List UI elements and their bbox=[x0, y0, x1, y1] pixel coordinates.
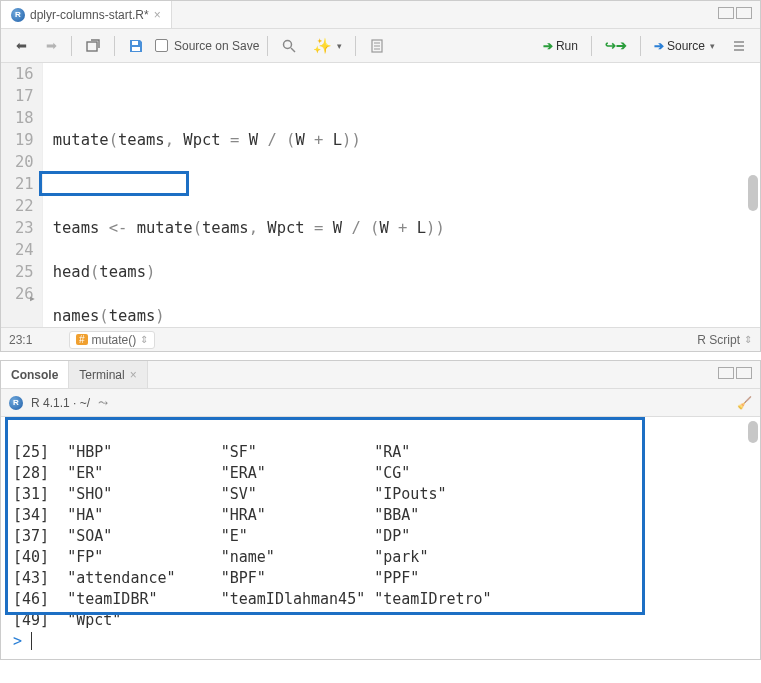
rerun-arrow-icon: ↪➔ bbox=[605, 38, 627, 53]
source-label: Source bbox=[667, 39, 705, 53]
r-logo-icon: R bbox=[9, 396, 23, 410]
svg-line-4 bbox=[291, 48, 295, 52]
outline-icon bbox=[731, 38, 747, 54]
line-gutter: 1617181920212223242526 bbox=[1, 63, 43, 327]
editor-tab[interactable]: R dplyr-columns-start.R* × bbox=[1, 1, 172, 28]
wand-icon: ✨ bbox=[313, 37, 332, 55]
console-output[interactable]: [25] "HBP" "SF" "RA" [28] "ER" "ERA" "CG… bbox=[1, 417, 760, 659]
console-prompt: > bbox=[13, 632, 31, 650]
forward-button[interactable]: ➡ bbox=[39, 34, 63, 58]
language-label[interactable]: R Script bbox=[697, 333, 740, 347]
code-line: names(teams) bbox=[53, 305, 750, 327]
svg-rect-0 bbox=[87, 42, 97, 51]
pane-window-controls bbox=[718, 7, 752, 19]
code-line bbox=[53, 173, 750, 195]
compile-report-button[interactable] bbox=[364, 34, 390, 58]
source-button[interactable]: ➔ Source ▾ bbox=[649, 34, 720, 58]
svg-point-3 bbox=[284, 40, 292, 48]
close-tab-icon[interactable]: × bbox=[154, 8, 161, 22]
fold-arrow-icon[interactable]: ▸ bbox=[29, 287, 36, 309]
terminal-tab[interactable]: Terminal × bbox=[69, 361, 147, 388]
separator bbox=[71, 36, 72, 56]
console-tab-label: Console bbox=[11, 368, 58, 382]
svg-rect-1 bbox=[132, 41, 138, 45]
editor-tab-label: dplyr-columns-start.R* bbox=[30, 8, 149, 22]
close-tab-icon[interactable]: × bbox=[130, 368, 137, 382]
run-arrow-icon: ➔ bbox=[543, 39, 553, 53]
minimize-pane-icon[interactable] bbox=[718, 367, 734, 379]
r-file-icon: R bbox=[11, 8, 25, 22]
console-scrollbar-thumb[interactable] bbox=[748, 421, 758, 443]
back-button[interactable]: ⬅ bbox=[9, 34, 33, 58]
maximize-pane-icon[interactable] bbox=[736, 367, 752, 379]
cursor-position: 23:1 bbox=[9, 333, 69, 347]
console-toolbar: R R 4.1.1 · ~/ ⤳ 🧹 bbox=[1, 389, 760, 417]
run-button[interactable]: ➔ Run bbox=[538, 34, 583, 58]
minimize-pane-icon[interactable] bbox=[718, 7, 734, 19]
source-arrow-icon: ➔ bbox=[654, 39, 664, 53]
save-button[interactable] bbox=[123, 34, 149, 58]
notebook-icon bbox=[369, 38, 385, 54]
editor-toolbar: ⬅ ➡ Source on Save ✨ ▾ ➔ Run bbox=[1, 29, 760, 63]
editor-status-bar: 23:1 # mutate() ⇕ R Script ⇕ bbox=[1, 327, 760, 351]
save-icon bbox=[128, 38, 144, 54]
separator bbox=[267, 36, 268, 56]
function-context[interactable]: # mutate() ⇕ bbox=[69, 331, 155, 349]
popout-icon bbox=[85, 38, 101, 54]
show-in-new-window-button[interactable] bbox=[80, 34, 106, 58]
svg-rect-2 bbox=[132, 47, 140, 51]
updown-icon: ⇕ bbox=[140, 334, 148, 345]
separator bbox=[355, 36, 356, 56]
updown-icon: ⇕ bbox=[744, 334, 752, 345]
code-area[interactable]: mutate(teams, Wpct = W / (W + L)) teams … bbox=[43, 63, 760, 327]
code-line bbox=[53, 85, 750, 107]
pane-window-controls bbox=[718, 367, 752, 379]
clear-console-icon[interactable]: 🧹 bbox=[737, 396, 752, 410]
search-icon bbox=[281, 38, 297, 54]
wd-picker-icon[interactable]: ⤳ bbox=[98, 396, 108, 410]
terminal-tab-label: Terminal bbox=[79, 368, 124, 382]
outline-button[interactable] bbox=[726, 34, 752, 58]
code-line: teams <- mutate(teams, Wpct = W / (W + L… bbox=[53, 217, 750, 239]
fn-badge-icon: # bbox=[76, 334, 88, 345]
find-button[interactable] bbox=[276, 34, 302, 58]
code-tools-button[interactable]: ✨ ▾ bbox=[308, 34, 347, 58]
r-session-label: R 4.1.1 · ~/ bbox=[31, 396, 90, 410]
editor-tab-bar: R dplyr-columns-start.R* × bbox=[1, 1, 760, 29]
console-tab-bar: Console Terminal × bbox=[1, 361, 760, 389]
console-pane: Console Terminal × R R 4.1.1 · ~/ ⤳ 🧹 [2… bbox=[0, 360, 761, 660]
run-label: Run bbox=[556, 39, 578, 53]
source-on-save-label: Source on Save bbox=[174, 39, 259, 53]
console-cursor bbox=[31, 632, 41, 650]
separator bbox=[591, 36, 592, 56]
editor-scrollbar-thumb[interactable] bbox=[748, 175, 758, 211]
chevron-down-icon: ▾ bbox=[710, 41, 715, 51]
separator bbox=[640, 36, 641, 56]
arrow-right-icon: ➡ bbox=[46, 38, 57, 53]
console-tab[interactable]: Console bbox=[1, 361, 69, 388]
arrow-left-icon: ⬅ bbox=[16, 38, 27, 53]
chevron-down-icon: ▾ bbox=[337, 41, 342, 51]
editor-pane: R dplyr-columns-start.R* × ⬅ ➡ Source on… bbox=[0, 0, 761, 352]
rerun-button[interactable]: ↪➔ bbox=[600, 34, 632, 58]
code-line: mutate(teams, Wpct = W / (W + L)) bbox=[53, 129, 750, 151]
separator bbox=[114, 36, 115, 56]
code-editor[interactable]: 1617181920212223242526 mutate(teams, Wpc… bbox=[1, 63, 760, 327]
maximize-pane-icon[interactable] bbox=[736, 7, 752, 19]
source-on-save-checkbox[interactable] bbox=[155, 39, 168, 52]
code-line: head(teams) bbox=[53, 261, 750, 283]
fn-context-label: mutate() bbox=[92, 333, 137, 347]
